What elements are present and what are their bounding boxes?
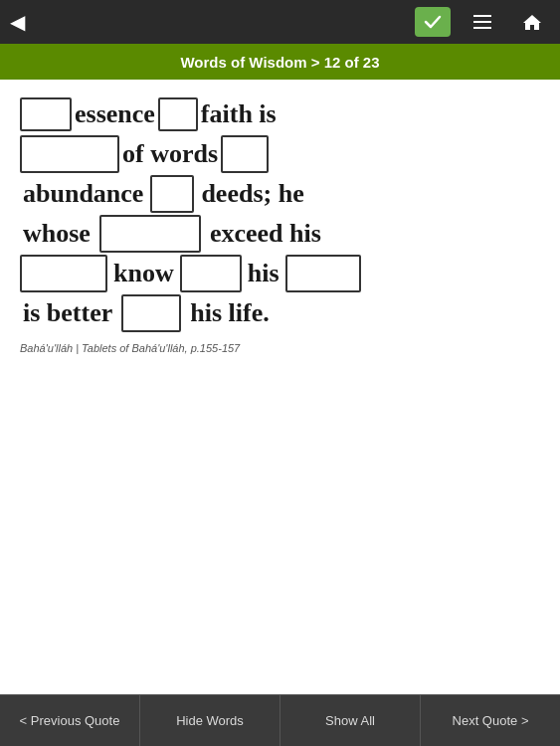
nav-left: ◀ [10, 10, 25, 34]
hide-words-button[interactable]: Hide Words [140, 695, 280, 746]
quote-line-3: abundance deeds; he [20, 175, 540, 213]
blank-box[interactable] [99, 215, 201, 253]
quote-line-1: essence faith is [20, 95, 540, 133]
blank-box[interactable] [121, 294, 181, 332]
word-of-words: of words [122, 135, 218, 173]
previous-quote-button[interactable]: < Previous Quote [0, 695, 140, 746]
blank-box[interactable] [285, 255, 361, 292]
blank-box[interactable] [158, 97, 198, 131]
back-button[interactable]: ◀ [10, 10, 25, 34]
nav-right [415, 7, 550, 37]
word-is-better: is better [23, 294, 112, 332]
home-button[interactable] [514, 7, 550, 37]
main-content: essence faith is of words abundance deed… [0, 80, 560, 694]
word-deeds-he: deeds; he [201, 175, 303, 213]
word-exceed-his: exceed his [210, 215, 321, 253]
quote-area: essence faith is of words abundance deed… [20, 95, 540, 332]
blank-box[interactable] [20, 97, 72, 131]
top-navigation-bar: ◀ [0, 0, 560, 44]
blank-box[interactable] [180, 255, 242, 292]
checkmark-button[interactable] [415, 7, 451, 37]
show-all-button[interactable]: Show All [280, 695, 421, 746]
word-whose: whose [23, 215, 91, 253]
blank-box[interactable] [20, 255, 107, 292]
blank-box[interactable] [20, 135, 119, 173]
word-essence: essence [75, 95, 155, 133]
svg-marker-3 [523, 15, 541, 30]
quote-line-2: of words [20, 135, 540, 173]
blank-box[interactable] [221, 135, 269, 173]
svg-rect-1 [473, 21, 491, 23]
quote-line-4: whose exceed his [20, 215, 540, 253]
sub-header: Words of Wisdom > 12 of 23 [0, 44, 560, 80]
word-abundance: abundance [23, 175, 143, 213]
bottom-toolbar: < Previous Quote Hide Words Show All Nex… [0, 694, 560, 746]
svg-rect-2 [473, 27, 491, 29]
word-his-life: his life. [190, 294, 269, 332]
next-quote-button[interactable]: Next Quote > [421, 695, 560, 746]
word-know: know [113, 255, 174, 292]
sub-header-title: Words of Wisdom > 12 of 23 [180, 54, 379, 71]
quote-line-5: know his [20, 255, 540, 292]
word-faith-is: faith is [201, 95, 277, 133]
list-button[interactable] [465, 7, 500, 37]
blank-box[interactable] [150, 175, 194, 213]
quote-line-6: is better his life. [20, 294, 540, 332]
attribution-text: Bahá'u'lláh | Tablets of Bahá'u'lláh, p.… [20, 342, 540, 354]
word-his: his [248, 255, 280, 292]
svg-rect-0 [473, 15, 491, 17]
